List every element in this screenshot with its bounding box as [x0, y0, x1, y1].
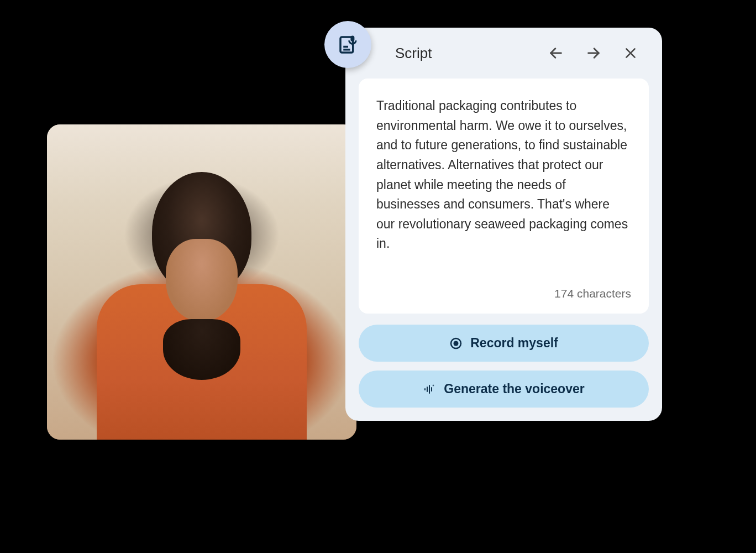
record-button-label: Record myself	[470, 336, 558, 351]
arrow-left-icon	[548, 45, 564, 61]
video-thumbnail[interactable]	[47, 124, 356, 440]
generate-button-label: Generate the voiceover	[444, 382, 584, 397]
script-panel: Script Traditiona	[345, 28, 662, 421]
record-icon	[449, 337, 463, 350]
script-text-area[interactable]: Traditional packaging contributes to env…	[359, 79, 649, 314]
close-button[interactable]	[621, 44, 640, 62]
back-button[interactable]	[546, 43, 566, 63]
header-actions	[546, 43, 644, 63]
svg-rect-11	[424, 388, 426, 390]
waveform-sparkle-icon	[423, 383, 436, 396]
script-content: Traditional packaging contributes to env…	[376, 96, 631, 254]
svg-rect-13	[429, 385, 430, 394]
arrow-right-icon	[586, 45, 601, 61]
script-mic-icon	[324, 21, 371, 68]
svg-point-10	[454, 341, 459, 346]
character-count: 174 characters	[376, 287, 631, 300]
generate-voiceover-button[interactable]: Generate the voiceover	[359, 371, 649, 408]
svg-rect-12	[427, 387, 428, 392]
panel-header: Script	[359, 41, 649, 65]
record-myself-button[interactable]: Record myself	[359, 325, 649, 362]
person-image	[93, 172, 310, 440]
panel-title: Script	[395, 45, 432, 62]
close-icon	[623, 46, 638, 60]
forward-button[interactable]	[584, 43, 603, 63]
svg-rect-14	[431, 387, 432, 392]
svg-rect-3	[350, 35, 354, 41]
